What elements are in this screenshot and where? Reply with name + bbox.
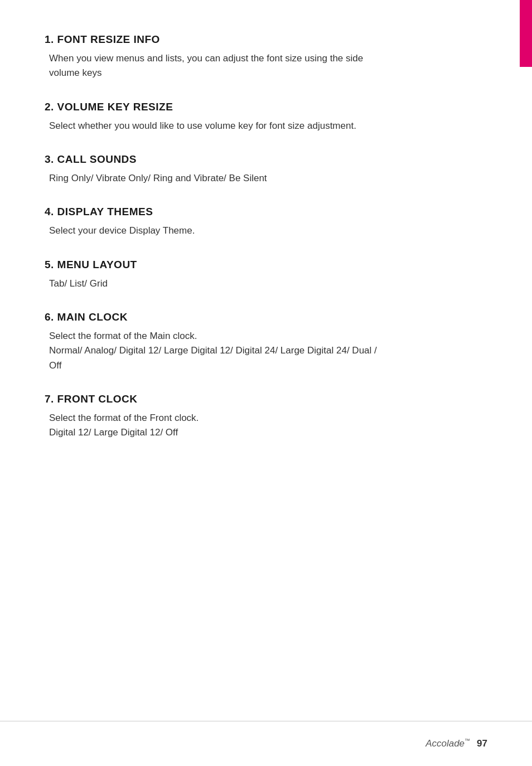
section-1-body: When you view menus and lists, you can a… (45, 51, 390, 81)
section-7-body-line1: Select the format of the Front clock. (49, 413, 199, 423)
footer: Accolade™ 97 (0, 738, 532, 749)
section-6-body: Select the format of the Main clock. Nor… (45, 329, 390, 373)
section-5-body: Tab/ List/ Grid (45, 277, 390, 291)
section-1-title: 1. FONT RESIZE INFO (45, 33, 390, 46)
section-main-clock: 6. MAIN CLOCK Select the format of the M… (45, 311, 390, 373)
footer-page-number: 97 (477, 738, 487, 749)
section-3-body: Ring Only/ Vibrate Only/ Ring and Vibrat… (45, 171, 390, 186)
section-volume-key-resize: 2. VOLUME KEY RESIZE Select whether you … (45, 101, 390, 133)
section-3-title: 3. CALL SOUNDS (45, 153, 390, 166)
pink-tab-accent (520, 0, 532, 67)
footer-brand: Accolade™ (425, 738, 470, 749)
section-6-body-line2: Normal/ Analog/ Digital 12/ Large Digita… (49, 345, 377, 370)
section-4-title: 4. DISPLAY THEMES (45, 206, 390, 218)
section-call-sounds: 3. CALL SOUNDS Ring Only/ Vibrate Only/ … (45, 153, 390, 186)
section-5-title: 5. MENU LAYOUT (45, 259, 390, 271)
section-display-themes: 4. DISPLAY THEMES Select your device Dis… (45, 206, 390, 238)
page-container: 1. FONT RESIZE INFO When you view menus … (0, 0, 532, 766)
content-area: 1. FONT RESIZE INFO When you view menus … (0, 0, 435, 516)
section-menu-layout: 5. MENU LAYOUT Tab/ List/ Grid (45, 259, 390, 291)
section-7-body: Select the format of the Front clock. Di… (45, 411, 390, 440)
footer-divider (0, 721, 532, 721)
section-7-body-line2: Digital 12/ Large Digital 12/ Off (49, 427, 178, 438)
section-2-title: 2. VOLUME KEY RESIZE (45, 101, 390, 113)
section-7-title: 7. FRONT CLOCK (45, 393, 390, 405)
section-font-resize-info: 1. FONT RESIZE INFO When you view menus … (45, 33, 390, 81)
section-2-body: Select whether you would like to use vol… (45, 119, 390, 133)
section-6-title: 6. MAIN CLOCK (45, 311, 390, 323)
section-front-clock: 7. FRONT CLOCK Select the format of the … (45, 393, 390, 440)
section-6-body-line1: Select the format of the Main clock. (49, 331, 197, 341)
section-4-body: Select your device Display Theme. (45, 224, 390, 238)
